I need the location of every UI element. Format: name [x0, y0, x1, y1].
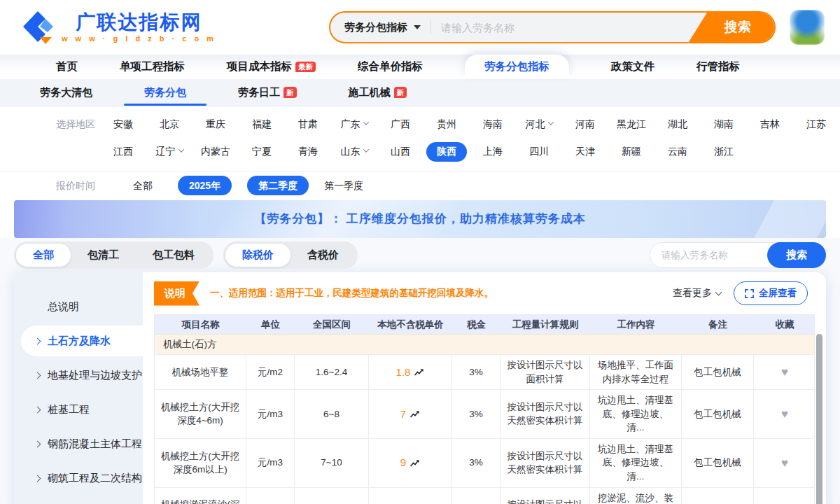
region-item-广西[interactable]: 广西: [391, 118, 410, 131]
region-item-黑龙江[interactable]: 黑龙江: [617, 118, 646, 131]
table-search-bar: 搜索: [650, 242, 826, 268]
nav-item-项目成本指标[interactable]: 项目成本指标最新: [227, 55, 316, 79]
subnav-item-劳务日工[interactable]: 劳务日工新: [238, 79, 297, 106]
subnav-item-label: 劳务大清包: [40, 86, 92, 99]
heart-icon[interactable]: ♥: [781, 366, 788, 378]
region-item-新疆[interactable]: 新疆: [622, 146, 641, 158]
region-item-内蒙古[interactable]: 内蒙古: [201, 146, 230, 158]
region-item-北京[interactable]: 北京: [160, 118, 179, 131]
sidebar-item-装饰装修工程[interactable]: 装饰装修工程: [21, 497, 143, 504]
cell-favorite[interactable]: ♥: [754, 488, 816, 504]
promo-banner: 【劳务分包】： 工序维度分包报价，助力精准核算劳务成本: [14, 200, 826, 238]
region-item-湖南[interactable]: 湖南: [714, 118, 734, 131]
cell-project-name: 机械场地平整: [155, 355, 246, 389]
region-item-山西[interactable]: 山西: [391, 146, 410, 158]
nav-item-label: 劳务分包指标: [484, 59, 550, 74]
quote-time-row: 报价时间 全部2025年第二季度第一季度: [0, 172, 840, 200]
sidebar-item-label: 桩基工程: [48, 403, 90, 416]
sidebar-item-label: 钢筋混凝土主体工程: [48, 438, 142, 451]
time-option-第一季度[interactable]: 第一季度: [324, 180, 363, 191]
heart-icon[interactable]: ♥: [781, 457, 788, 469]
sidebar-item-桩基工程[interactable]: 桩基工程: [21, 394, 143, 425]
region-item-label: 河南: [575, 118, 595, 131]
region-item-河北[interactable]: 河北: [526, 118, 553, 131]
new-badge: 最新: [295, 62, 316, 73]
sidebar-item-label: 总说明: [48, 300, 79, 314]
time-option-2025年[interactable]: 2025年: [178, 176, 232, 195]
cell-local-price[interactable]: 1.8: [369, 355, 452, 389]
region-item-label: 山东: [341, 146, 360, 158]
filter-tab-包工包料[interactable]: 包工包料: [136, 244, 211, 267]
region-item-河南[interactable]: 河南: [575, 118, 595, 131]
sidebar-item-土石方及降水[interactable]: 土石方及降水: [21, 326, 143, 356]
heart-icon[interactable]: ♥: [781, 408, 788, 420]
cell-local-price[interactable]: 7: [369, 390, 452, 438]
sidebar-item-总说明[interactable]: 总说明: [21, 291, 143, 322]
cell-favorite[interactable]: ♥: [754, 439, 816, 487]
table-row: 机械场地平整元/m21.6~2.41.83%按设计图示尺寸以面积计算场地推平、工…: [155, 354, 814, 389]
region-item-重庆[interactable]: 重庆: [206, 118, 225, 131]
cell-favorite[interactable]: ♥: [754, 390, 816, 438]
cell-local-price[interactable]: 15: [369, 488, 452, 504]
nav-item-政策文件[interactable]: 政策文件: [611, 55, 654, 79]
region-item-江苏[interactable]: 江苏: [806, 118, 826, 131]
table-scrollbar[interactable]: [816, 334, 822, 504]
region-item-海南[interactable]: 海南: [483, 118, 503, 131]
region-item-吉林[interactable]: 吉林: [760, 118, 780, 131]
subnav-item-劳务大清包[interactable]: 劳务大清包: [40, 79, 92, 106]
region-item-label: 江苏: [806, 118, 826, 131]
user-avatar[interactable]: [790, 10, 825, 45]
region-item-青海[interactable]: 青海: [298, 146, 318, 158]
region-item-label: 湖南: [714, 118, 734, 131]
price-value: 1.8: [396, 365, 411, 380]
nav-item-综合单价指标[interactable]: 综合单价指标: [358, 55, 423, 79]
region-item-宁夏[interactable]: 宁夏: [252, 146, 272, 158]
sidebar-item-地基处理与边坡支护[interactable]: 地基处理与边坡支护: [21, 360, 143, 391]
region-item-福建[interactable]: 福建: [252, 118, 272, 131]
region-item-贵州[interactable]: 贵州: [437, 118, 456, 131]
site-logo[interactable]: 广联达指标网 w w w · g l d z b · c o m: [21, 10, 216, 44]
nav-item-首页[interactable]: 首页: [56, 55, 78, 79]
region-item-陕西[interactable]: 陕西: [426, 142, 467, 162]
filter-tab-含税价[interactable]: 含税价: [290, 244, 356, 267]
chevron-right-icon: [34, 337, 41, 344]
region-item-江西[interactable]: 江西: [113, 146, 133, 158]
region-item-安徽[interactable]: 安徽: [113, 118, 133, 131]
cell-remark: 包工包机械: [682, 488, 754, 504]
time-option-全部[interactable]: 全部: [133, 180, 153, 191]
region-item-辽宁[interactable]: 辽宁: [156, 146, 183, 158]
cell-work-content: 坑边甩土、清理基底、修理边坡、清...: [590, 439, 682, 487]
filter-tab-除税价[interactable]: 除税价: [225, 244, 290, 267]
nav-item-劳务分包指标[interactable]: 劳务分包指标: [465, 55, 569, 79]
region-item-甘肃[interactable]: 甘肃: [298, 118, 318, 131]
table-area: 说明 一、适用范围：适用于工业，民建类型建筑的基础开挖回填及降水。 查看更多 全…: [143, 272, 826, 504]
fullscreen-button[interactable]: 全屏查看: [734, 281, 808, 305]
sidebar-item-砌筑工程及二次结构[interactable]: 砌筑工程及二次结构: [21, 463, 143, 493]
chevron-down-icon: [414, 25, 421, 29]
region-item-云南[interactable]: 云南: [668, 146, 687, 158]
region-item-上海[interactable]: 上海: [483, 146, 503, 158]
region-item-山东[interactable]: 山东: [341, 146, 368, 158]
sidebar-item-钢筋混凝土主体工程[interactable]: 钢筋混凝土主体工程: [21, 428, 143, 459]
view-more-link[interactable]: 查看更多: [673, 287, 721, 300]
region-item-湖北[interactable]: 湖北: [668, 118, 687, 131]
region-item-广东[interactable]: 广东: [341, 118, 368, 131]
search-category-dropdown[interactable]: 劳务分包指标: [330, 21, 430, 34]
new-badge: 新: [284, 87, 297, 98]
nav-item-行管指标[interactable]: 行管指标: [696, 55, 740, 79]
cell-unit: 元/m2: [246, 355, 295, 389]
region-item-天津[interactable]: 天津: [575, 146, 595, 158]
region-item-四川[interactable]: 四川: [529, 146, 549, 158]
subnav-item-施工机械[interactable]: 施工机械新: [349, 79, 407, 106]
time-option-第二季度[interactable]: 第二季度: [247, 176, 309, 195]
region-item-label: 天津: [575, 146, 595, 158]
region-item-浙江[interactable]: 浙江: [714, 146, 734, 158]
table-search-button[interactable]: 搜索: [767, 242, 826, 268]
nav-item-单项工程指标[interactable]: 单项工程指标: [120, 55, 185, 79]
cell-local-price[interactable]: 9: [369, 439, 452, 487]
filter-tab-全部[interactable]: 全部: [16, 244, 71, 267]
filter-tab-包清工[interactable]: 包清工: [71, 244, 136, 267]
cell-favorite[interactable]: ♥: [754, 355, 816, 389]
trend-up-icon: [414, 368, 424, 377]
subnav-item-劳务分包[interactable]: 劳务分包: [144, 79, 186, 106]
